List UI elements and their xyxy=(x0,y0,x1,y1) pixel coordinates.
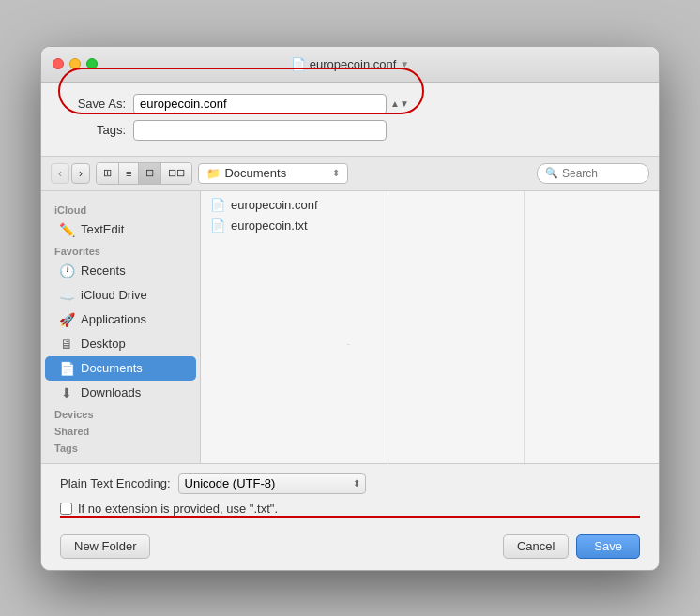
file-column-3 xyxy=(525,191,660,463)
file-item[interactable]: 📄 europecoin.txt xyxy=(201,216,388,236)
icloud-drive-icon: ☁️ xyxy=(58,287,75,304)
sidebar-item-downloads[interactable]: ⬇ Downloads xyxy=(45,381,196,405)
documents-icon: 📄 xyxy=(58,360,75,377)
file-area: 📄 europecoin.conf 📄 europecoin.txt xyxy=(201,191,659,463)
view-list-button[interactable]: ≡ xyxy=(119,163,139,184)
column-resize-handle[interactable] xyxy=(347,344,350,463)
view-gallery-button[interactable]: ⊟⊟ xyxy=(161,163,191,184)
desktop-icon: 🖥 xyxy=(58,336,75,353)
new-folder-button[interactable]: New Folder xyxy=(60,534,150,559)
saveas-row: Save As: ▲▼ xyxy=(60,94,640,114)
extension-checkbox[interactable] xyxy=(60,503,72,515)
main-area: iCloud ✏️ TextEdit Favorites 🕐 Recents ☁… xyxy=(41,191,659,463)
tags-input[interactable] xyxy=(133,120,387,141)
tags-section-header: Tags xyxy=(41,439,200,456)
location-name: Documents xyxy=(224,166,332,180)
file-column-2 xyxy=(388,191,525,463)
search-input[interactable] xyxy=(562,167,637,180)
sidebar-item-recents[interactable]: 🕐 Recents xyxy=(45,259,196,283)
encoding-select[interactable]: Unicode (UTF-8) UTF-16 Western (ISO Lati… xyxy=(178,473,366,494)
saveas-input-wrapper: ▲▼ xyxy=(133,94,409,114)
action-row: New Folder Cancel Save xyxy=(41,525,659,570)
sidebar-item-label: Desktop xyxy=(81,337,126,351)
action-buttons: Cancel Save xyxy=(503,534,640,559)
sidebar-item-label: Recents xyxy=(81,263,126,278)
shared-section-header: Shared xyxy=(41,422,200,439)
sidebar-item-label: Downloads xyxy=(81,385,141,399)
toolbar: ‹ › ⊞ ≡ ⊟ ⊟⊟ 📁 Documents ⬍ 🔍 xyxy=(41,157,659,191)
file-column-1: 📄 europecoin.conf 📄 europecoin.txt xyxy=(201,191,388,463)
devices-section-header: Devices xyxy=(41,405,200,422)
view-columns-button[interactable]: ⊟ xyxy=(139,163,161,184)
saveas-chevron[interactable]: ▲▼ xyxy=(390,98,409,109)
search-bar[interactable]: 🔍 xyxy=(537,163,649,184)
saveas-input[interactable] xyxy=(133,94,387,114)
checkbox-underline xyxy=(60,516,640,518)
textedit-icon: ✏️ xyxy=(58,221,75,238)
title-chevron[interactable]: ▼ xyxy=(400,59,409,69)
sidebar-item-applications[interactable]: 🚀 Applications xyxy=(45,308,196,332)
sidebar-item-textedit[interactable]: ✏️ TextEdit xyxy=(45,218,196,242)
traffic-lights xyxy=(53,58,98,69)
tags-label: Tags: xyxy=(60,123,126,137)
favorites-section-header: Favorites xyxy=(41,242,200,259)
location-chevron: ⬍ xyxy=(332,168,340,178)
file-icon: 📄 xyxy=(210,218,225,233)
icloud-section-header: iCloud xyxy=(41,201,200,218)
forward-button[interactable]: › xyxy=(71,163,90,184)
titlebar: 📄 europecoin.conf ▼ xyxy=(41,47,659,83)
save-button[interactable]: Save xyxy=(576,534,640,559)
checkbox-row: If no extension is provided, use ".txt". xyxy=(60,502,640,516)
sidebar-item-desktop[interactable]: 🖥 Desktop xyxy=(45,332,196,356)
sidebar: iCloud ✏️ TextEdit Favorites 🕐 Recents ☁… xyxy=(41,191,201,463)
file-name: europecoin.txt xyxy=(231,218,308,233)
back-button[interactable]: ‹ xyxy=(51,163,69,184)
saveas-section: Save As: ▲▼ Tags: xyxy=(41,83,659,157)
downloads-icon: ⬇ xyxy=(58,384,75,401)
applications-icon: 🚀 xyxy=(58,311,75,328)
view-icons-button[interactable]: ⊞ xyxy=(97,163,119,184)
bottom-bar: Plain Text Encoding: Unicode (UTF-8) UTF… xyxy=(41,463,659,525)
save-dialog: 📄 europecoin.conf ▼ Save As: ▲▼ Tags: ‹ … xyxy=(40,46,660,571)
file-name: europecoin.conf xyxy=(231,198,318,212)
sidebar-item-label: TextEdit xyxy=(81,222,124,236)
sidebar-item-icloud-drive[interactable]: ☁️ iCloud Drive xyxy=(45,283,196,308)
window-title: 📄 europecoin.conf ▼ xyxy=(291,57,409,71)
title-text: europecoin.conf xyxy=(310,57,397,71)
encoding-row: Plain Text Encoding: Unicode (UTF-8) UTF… xyxy=(60,473,640,494)
nav-buttons: ‹ › xyxy=(51,163,90,184)
checkbox-label: If no extension is provided, use ".txt". xyxy=(78,502,278,516)
encoding-select-wrapper: Unicode (UTF-8) UTF-16 Western (ISO Lati… xyxy=(178,473,366,494)
document-icon: 📄 xyxy=(291,57,306,71)
minimize-button[interactable] xyxy=(69,58,81,69)
encoding-label: Plain Text Encoding: xyxy=(60,476,171,490)
sidebar-item-label: iCloud Drive xyxy=(81,288,147,302)
maximize-button[interactable] xyxy=(86,58,98,69)
view-buttons: ⊞ ≡ ⊟ ⊟⊟ xyxy=(96,162,192,185)
saveas-label: Save As: xyxy=(60,97,126,111)
close-button[interactable] xyxy=(53,58,64,69)
file-item[interactable]: 📄 europecoin.conf xyxy=(201,195,388,216)
tags-row: Tags: xyxy=(60,120,640,141)
sidebar-item-label: Documents xyxy=(81,361,143,375)
sidebar-item-documents[interactable]: 📄 Documents xyxy=(45,356,196,381)
file-icon: 📄 xyxy=(210,198,225,213)
recents-icon: 🕐 xyxy=(58,263,75,279)
cancel-button[interactable]: Cancel xyxy=(503,534,569,559)
location-dropdown[interactable]: 📁 Documents ⬍ xyxy=(198,163,348,184)
search-icon: 🔍 xyxy=(545,167,558,179)
location-icon: 📁 xyxy=(206,167,221,180)
sidebar-item-label: Applications xyxy=(81,312,146,326)
